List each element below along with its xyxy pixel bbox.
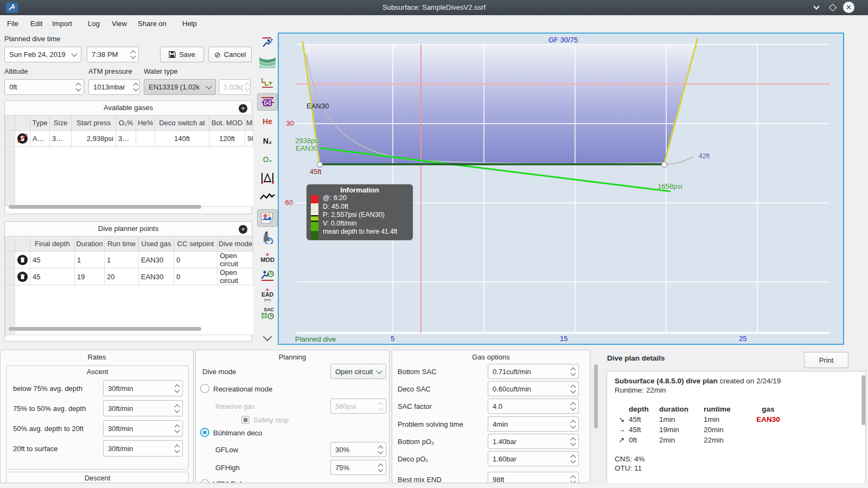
sac-factor-label: SAC factor [398,402,432,410]
tooltip-title: Information [311,186,409,194]
time-spinner[interactable]: 7:38 PM [87,47,139,62]
add-gas-button[interactable]: + [239,104,247,113]
water-type-combo[interactable]: EN13319 (1.02k [144,79,216,95]
depth-tick-60: 60 [282,198,293,207]
bottom-sac-spinner[interactable]: 0.71cuft/min [488,364,579,379]
toolbar-ndl-icon[interactable] [257,267,278,284]
ascent-group: Ascent below 75% avg. depth 30ft/min 75%… [6,365,189,470]
menu-view[interactable]: View [110,18,129,29]
planned-dive-time-label: Planned dive time [4,35,60,43]
rate-spinner[interactable]: 30ft/min [103,440,183,457]
deco-po2-spinner[interactable]: 1.60bar [488,451,579,466]
menu-log[interactable]: Log [86,18,102,29]
toolbar-profile-icon[interactable] [257,34,278,51]
plan-table-row: → 45ft 19min 20min [615,425,858,435]
toolbar-mod-icon[interactable]: +MOD [257,248,278,266]
safety-stop-checkbox[interactable] [241,416,250,424]
vpmb-deco-radio[interactable] [200,479,209,483]
descent-title: Descent [7,472,188,483]
buhlmann-deco-radio[interactable] [200,428,209,437]
delete-point-icon[interactable] [17,255,28,265]
toolbar-scroll-down-icon[interactable] [257,330,278,347]
vpmb-deco-label: VPM-B deco [213,480,253,483]
toolbar-salinity-waves-icon[interactable] [257,53,278,70]
maximize-button[interactable] [827,2,838,13]
time-tick-5: 5 [391,335,394,343]
toolbar-gas-change-icon[interactable] [257,229,278,246]
toolbar-ceiling-icon[interactable] [257,74,278,91]
rates-title: Rates [1,350,193,364]
buhlmann-deco-label: Bühlmann deco [213,429,262,437]
time-tick-25: 25 [739,335,746,343]
points-table: Final depth Duration Run time Used gas C… [5,236,253,335]
menu-bar: File Edit Import Log View Share on Help [0,15,868,31]
atm-pressure-spinner[interactable]: 1013mbar [88,79,140,95]
cancel-button[interactable]: ⊘ Cancel [208,47,252,62]
gases-hscrollbar[interactable] [9,205,201,209]
print-button[interactable]: Print [804,352,848,368]
toolbar-o2-icon[interactable]: O₂ [257,151,278,168]
delete-point-icon[interactable] [17,272,28,282]
sac-factor-spinner[interactable]: 4.0 [488,399,579,414]
problem-solving-time-label: Problem solving time [398,420,463,428]
dive-mode-label: Dive mode [202,368,236,376]
dive-plan-text-box[interactable]: Subsurface (4.8.5.0) dive plan created o… [607,371,866,483]
toolbar-ead-icon[interactable]: +EAD(•••) [257,286,278,303]
gflow-label: GFLow [215,446,238,454]
deco-sac-spinner[interactable]: 0.60cuft/min [488,381,579,396]
menu-share-on[interactable]: Share on [136,18,169,29]
rate-spinner[interactable]: 30ft/min [103,400,183,416]
recreational-mode-label: Recreational mode [213,385,272,393]
information-tooltip[interactable]: Information @: 6:20 D: 45.0ft P: 2,557ps… [306,184,413,241]
minimize-button[interactable] [811,2,822,13]
rate-spinner[interactable]: 30ft/min [103,380,183,396]
best-mix-end-spinner[interactable]: 98ft [488,472,579,483]
ascent-title: Ascent [7,366,188,378]
toolbar-heartrate-icon[interactable] [257,189,278,206]
menu-import[interactable]: Import [50,18,74,29]
date-combo[interactable]: Sun Feb 24, 2019 [4,47,81,62]
time-tick-15: 15 [560,335,567,343]
gfhigh-spinner[interactable]: 75% [330,460,386,475]
recreational-mode-radio[interactable] [200,384,209,393]
best-mix-end-label: Best mix END [398,476,442,483]
menu-help[interactable]: Help [180,18,199,29]
window-title: Subsurface: SampleDivesV2.ssrf [0,0,868,15]
save-button[interactable]: Save [160,47,204,62]
bottom-po2-spinner[interactable]: 1.40bar [488,434,579,449]
close-button[interactable]: ✕ [843,2,854,13]
profile-handle-start[interactable] [317,162,323,168]
altitude-spinner[interactable]: 0ft [4,79,84,95]
spinner-arrows-icon[interactable] [131,51,135,58]
toolbar-dive-planner-icon[interactable] [257,93,278,111]
plan-details-vscrollbar[interactable] [861,375,865,425]
add-point-button[interactable]: + [239,225,247,234]
bottom-po2-label: Bottom pO₂ [398,438,434,446]
toolbar-n2-icon[interactable]: N₂ [257,132,278,150]
rate-spinner[interactable]: 30ft/min [103,420,183,436]
rates-panel: Rates Ascent below 75% avg. depth 30ft/m… [0,350,194,483]
menu-edit[interactable]: Edit [28,18,44,29]
dive-profile-chart[interactable]: GF 30/75 EAN30 2938psi EAN30 45ft 42ft 1… [278,33,844,345]
toolbar-tissue-delta-icon[interactable] [257,169,278,187]
dive-mode-combo[interactable]: Open circuit [330,364,386,379]
rate-label: 75% to 50% avg. depth [13,404,86,413]
gflow-spinner[interactable]: 30% [330,442,386,457]
start-pressure-label: 2938psi [295,137,320,145]
toolbar-sac-icon[interactable]: SAC [257,305,278,322]
gas-row: A… 3… 2,938psi 3… 140ft 120ft 98f [5,131,253,147]
profile-handle-end[interactable] [661,162,667,168]
constant-arrow-icon: → [615,425,629,435]
points-hscrollbar[interactable] [9,327,201,331]
cancel-icon: ⊘ [214,50,221,59]
problem-solving-time-spinner[interactable]: 4min [488,416,579,432]
gas-options-vscrollbar[interactable] [594,364,598,428]
gfhigh-label: GFHigh [215,464,240,472]
tooltip-color-bar [311,195,318,240]
delete-gas-icon[interactable] [17,133,28,144]
plan-otu: OTU: 11 [615,464,858,473]
planned-dive-label: Planned dive [295,335,336,343]
toolbar-photos-icon[interactable] [257,209,278,227]
menu-file[interactable]: File [5,18,21,29]
toolbar-he-icon[interactable]: He [257,113,278,130]
